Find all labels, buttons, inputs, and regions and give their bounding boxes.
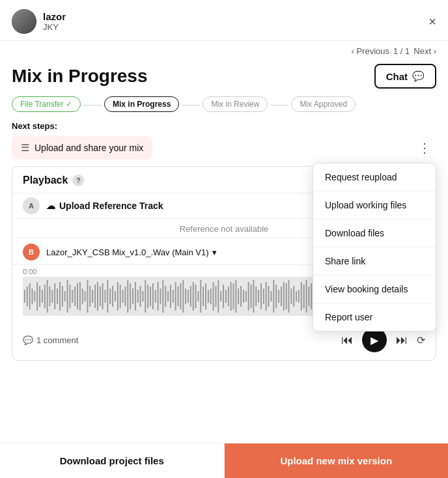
upload-reference-button[interactable]: ☁ Upload Reference Track [46,201,163,211]
svg-rect-25 [85,291,86,302]
svg-rect-113 [306,280,307,313]
svg-rect-70 [197,291,199,302]
svg-rect-60 [173,290,174,303]
svg-rect-49 [145,280,146,313]
svg-rect-1 [24,290,25,303]
svg-rect-93 [255,287,257,306]
svg-rect-58 [167,291,169,302]
track-name-label: Lazor_JKY_CSB Mix_v1.0_.Wav (Main V1) [46,247,209,257]
time-start: 0:00 [23,268,36,275]
skip-forward-button[interactable]: ⏭ [396,333,408,347]
list-icon: ☰ [21,142,29,154]
next-steps-section: Next steps: ☰ Upload and share your mix … [0,121,448,166]
chat-button[interactable]: Chat 💬 [374,64,436,89]
bottom-bar: Download project files Upload new mix ve… [0,443,448,478]
svg-rect-68 [193,282,194,311]
svg-rect-59 [170,285,171,308]
svg-rect-54 [158,282,159,311]
svg-rect-73 [205,283,206,309]
svg-rect-85 [235,280,236,313]
prev-button[interactable]: ‹ Previous [351,46,389,56]
user-info-group: lazor JKY [12,9,66,34]
dropdown-item-share-link[interactable]: Share link [313,247,436,275]
dropdown-item-view-booking[interactable]: View booking details [313,275,436,303]
svg-rect-10 [47,280,48,313]
svg-rect-86 [238,288,239,304]
svg-rect-61 [175,282,176,311]
svg-rect-41 [124,287,126,306]
svg-rect-5 [34,291,35,302]
dropdown-item-upload-working-files[interactable]: Upload working files [313,191,436,219]
avatar [12,9,36,34]
svg-rect-108 [293,286,294,307]
svg-rect-48 [142,291,143,302]
dropdown-item-report-user[interactable]: Report user [313,303,436,331]
svg-rect-66 [188,290,189,303]
more-options-button[interactable]: ⋮ [413,137,436,158]
chat-icon: 💬 [412,70,425,82]
track-b-letter: B [23,244,40,260]
next-step-item: ☰ Upload and share your mix [12,136,152,160]
svg-rect-98 [268,286,270,307]
comment-count: 1 comment [36,335,78,345]
playback-title: Playback ? [23,175,84,186]
comment-icon: 💬 [23,335,33,345]
next-button[interactable]: Next › [413,46,436,56]
svg-rect-19 [69,285,70,308]
svg-rect-50 [147,285,148,308]
svg-rect-75 [210,288,212,304]
step-label-mix-in-review: Mix in Review [203,96,268,112]
svg-rect-11 [49,287,51,306]
svg-rect-109 [296,291,297,302]
svg-rect-100 [273,280,274,313]
svg-rect-27 [89,286,91,307]
svg-rect-69 [195,285,197,308]
svg-rect-12 [51,290,53,303]
step-mix-approved: Mix Approved [291,96,356,112]
svg-rect-94 [258,290,259,303]
playback-label: Playback [23,175,68,186]
svg-rect-43 [130,283,131,309]
step-file-transfer: File Transfer ✓ [12,96,81,112]
step-arrow-3: —— [270,99,288,109]
svg-rect-38 [117,282,119,311]
steps-bar: File Transfer ✓ —— Mix in Progress —— Mi… [0,96,448,121]
svg-rect-64 [182,280,184,313]
svg-rect-96 [263,288,264,304]
step-label-mix-in-progress: Mix in Progress [104,96,179,112]
loop-button[interactable]: ⟳ [417,334,425,346]
track-name-button[interactable]: Lazor_JKY_CSB Mix_v1.0_.Wav (Main V1) ▾ [46,247,217,257]
svg-rect-51 [150,287,151,306]
svg-rect-21 [74,287,76,306]
svg-rect-91 [251,285,252,308]
step-mix-in-progress: Mix in Progress [104,96,179,112]
comment-button[interactable]: 💬 1 comment [23,335,78,345]
svg-rect-57 [165,286,166,307]
svg-rect-79 [220,291,221,302]
svg-rect-89 [245,291,247,302]
help-icon[interactable]: ? [72,175,84,186]
svg-rect-40 [122,290,124,303]
svg-rect-76 [213,282,214,311]
svg-rect-82 [228,287,229,306]
download-project-button[interactable]: Download project files [0,443,225,478]
svg-rect-33 [105,290,106,303]
svg-rect-115 [311,283,312,309]
svg-rect-92 [253,280,254,313]
close-button[interactable]: × [428,15,436,28]
svg-rect-112 [303,285,305,308]
dropdown-item-download-files[interactable]: Download files [313,219,436,247]
svg-rect-107 [290,288,292,304]
upload-version-button[interactable]: Upload new mix version [225,443,449,478]
nav-count: 1 / 1 [393,46,410,56]
skip-back-button[interactable]: ⏮ [341,333,353,347]
page-title: Mix in Progress [12,66,148,87]
svg-rect-34 [107,280,108,313]
svg-rect-30 [97,282,98,311]
svg-rect-102 [278,290,279,303]
svg-rect-22 [77,283,78,309]
step-arrow-1: —— [83,99,102,109]
dropdown-item-request-reupload[interactable]: Request reupload [313,163,436,191]
svg-rect-14 [57,288,58,304]
svg-rect-6 [36,282,38,311]
